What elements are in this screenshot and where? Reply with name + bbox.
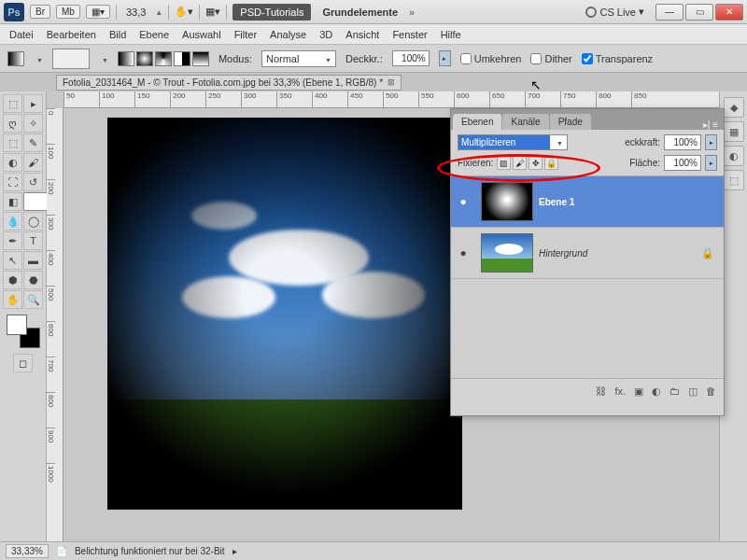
fx-icon[interactable]: fx. (614, 385, 626, 397)
crop-tool-icon[interactable]: ⬚ (3, 133, 22, 152)
blend-mode-select[interactable]: Multiplizieren (458, 134, 568, 150)
lock-move-icon[interactable]: ✥ (529, 156, 543, 170)
layout-button[interactable]: ▦▾ (86, 5, 110, 19)
radial-gradient-icon[interactable] (136, 51, 153, 66)
reverse-checkbox[interactable]: Umkehren (460, 53, 522, 64)
lock-transparency-icon[interactable]: ▨ (497, 156, 511, 170)
opacity-flyout[interactable]: ▸ (439, 50, 451, 66)
blur-tool-icon[interactable]: 💧 (3, 212, 22, 231)
lock-all-icon[interactable]: 🔒 (544, 156, 558, 170)
new-layer-icon[interactable]: ◫ (688, 385, 698, 398)
zoom-up-icon[interactable]: ▲ (155, 8, 162, 16)
gradient-picker[interactable] (52, 49, 90, 69)
menu-fenster[interactable]: Fenster (392, 29, 427, 40)
workspace-psd-tutorials[interactable]: PSD-Tutorials (233, 4, 311, 21)
type-tool-icon[interactable]: T (23, 231, 43, 250)
pen-tool-icon[interactable]: ✒ (3, 231, 22, 250)
fill-flyout[interactable]: ▸ (705, 155, 717, 171)
layer-row[interactable]: ● Ebene 1 (451, 176, 724, 228)
panel-icon[interactable]: ⬚ (724, 170, 744, 190)
color-swatches[interactable] (7, 315, 40, 348)
menu-analyse[interactable]: Analyse (270, 29, 306, 40)
menu-bild[interactable]: Bild (109, 29, 126, 40)
maximize-button[interactable]: ▭ (685, 4, 713, 21)
link-icon[interactable]: ⛓ (596, 385, 606, 397)
eraser-tool-icon[interactable]: ◧ (3, 192, 22, 211)
hand-tool-icon[interactable]: ✋▾ (175, 6, 193, 18)
menu-auswahl[interactable]: Auswahl (182, 29, 221, 40)
group-icon[interactable]: 🗀 (669, 385, 680, 397)
br-button[interactable]: Br (30, 5, 50, 19)
menu-ebene[interactable]: Ebene (139, 29, 169, 40)
cs-live[interactable]: CS Live▾ (585, 6, 644, 18)
minimize-button[interactable]: — (655, 4, 684, 21)
layer-name[interactable]: Ebene 1 (539, 197, 724, 207)
path-tool-icon[interactable]: ↖ (3, 251, 22, 270)
panel-icon[interactable]: ▦ (724, 121, 744, 142)
panel-icon[interactable]: ◆ (724, 97, 744, 118)
ruler-vertical[interactable]: 01002003004005006007008009001000 (47, 108, 63, 541)
menu-filter[interactable]: Filter (234, 29, 257, 40)
stamp-tool-icon[interactable]: ⛶ (3, 173, 22, 191)
more-icon[interactable]: » (409, 7, 415, 18)
dither-checkbox[interactable]: Dither (530, 53, 571, 64)
workspace-grundelemente[interactable]: Grundelemente (317, 5, 403, 20)
wand-tool-icon[interactable]: ✧ (23, 114, 43, 133)
visibility-icon[interactable]: ● (451, 195, 475, 208)
menu-datei[interactable]: Datei (9, 29, 34, 40)
tab-ebenen[interactable]: Ebenen (453, 114, 501, 130)
brush-tool-icon[interactable]: 🖌 (23, 153, 43, 172)
gradient-preview[interactable] (7, 51, 24, 66)
tab-kanaele[interactable]: Kanäle (502, 114, 548, 130)
lasso-tool-icon[interactable]: ღ (3, 114, 22, 133)
lock-paint-icon[interactable]: 🖌 (513, 156, 527, 170)
arrow-tool-icon[interactable]: ▸ (23, 94, 43, 113)
status-zoom[interactable]: 33,33% (6, 544, 49, 558)
dodge-tool-icon[interactable]: ◯ (23, 212, 43, 231)
close-button[interactable]: ✕ (715, 4, 743, 21)
quickmask-icon[interactable]: ◻ (13, 354, 33, 372)
delete-icon[interactable]: 🗑 (706, 385, 716, 397)
view-tool-icon[interactable]: ▦▾ (205, 6, 220, 18)
menu-hilfe[interactable]: Hilfe (441, 29, 461, 40)
shape-tool-icon[interactable]: ▬ (23, 251, 43, 270)
opacity-input[interactable]: 100% (392, 50, 430, 66)
status-arrow-icon[interactable]: ▸ (233, 546, 237, 556)
status-info-icon[interactable]: 📄 (56, 546, 67, 556)
layer-name[interactable]: Hintergrund (539, 248, 701, 259)
layer-row[interactable]: ● Hintergrund 🔒 (451, 228, 724, 279)
mode-select[interactable]: Normal (261, 50, 336, 67)
tab-pfade[interactable]: Pfade (550, 114, 591, 130)
menu-bearbeiten[interactable]: Bearbeiten (47, 29, 96, 40)
layer-thumbnail[interactable] (481, 182, 533, 221)
canvas[interactable] (107, 118, 462, 510)
heal-tool-icon[interactable]: ◐ (3, 153, 22, 172)
menu-3d[interactable]: 3D (319, 29, 332, 40)
close-tab-icon[interactable]: ⊠ (388, 77, 395, 87)
move-tool-icon[interactable]: ⬚ (3, 94, 22, 113)
opacity-flyout[interactable]: ▸ (705, 134, 717, 150)
camera-tool-icon[interactable]: ⬣ (23, 271, 43, 289)
linear-gradient-icon[interactable] (118, 51, 134, 66)
diamond-gradient-icon[interactable] (192, 51, 209, 66)
visibility-icon[interactable]: ● (451, 246, 475, 259)
reflected-gradient-icon[interactable] (174, 51, 190, 66)
menu-ansicht[interactable]: Ansicht (345, 29, 379, 40)
mb-button[interactable]: Mb (56, 5, 80, 19)
layer-thumbnail[interactable] (481, 233, 533, 273)
adjustment-icon[interactable]: ◐ (652, 385, 661, 398)
mask-icon[interactable]: ▣ (634, 385, 643, 398)
zoom-value[interactable]: 33,3 (122, 7, 149, 18)
layer-opacity-input[interactable]: 100% (664, 134, 701, 150)
panel-icon[interactable]: ◐ (724, 146, 744, 166)
hand-tool-icon[interactable]: ✋ (3, 290, 22, 309)
document-tab[interactable]: Fotolia_2031464_M - © Trout - Fotolia.co… (56, 75, 402, 91)
3d-tool-icon[interactable]: ⬢ (3, 271, 22, 289)
ruler-horizontal[interactable]: 5010015020025030035040045050055060065070… (63, 91, 719, 108)
eyedropper-tool-icon[interactable]: ✎ (23, 133, 43, 152)
zoom-tool-icon[interactable]: 🔍 (23, 290, 43, 309)
angle-gradient-icon[interactable] (155, 51, 172, 66)
transparency-checkbox[interactable]: Transparenz (582, 53, 653, 64)
fill-input[interactable]: 100% (664, 155, 701, 171)
panel-menu-icon[interactable]: ▸| ≡ (698, 119, 724, 130)
